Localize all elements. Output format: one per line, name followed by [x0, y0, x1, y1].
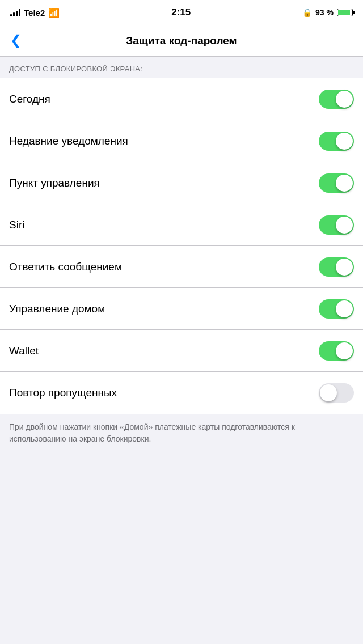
row-label-siri: Siri: [9, 219, 24, 231]
nav-title: Защита код-паролем: [126, 35, 237, 47]
toggle-knob-reply_message: [336, 259, 353, 276]
row-label-control_center: Пункт управления: [9, 177, 100, 189]
toggle-knob-home_control: [336, 300, 353, 317]
toggle-notifications[interactable]: [319, 132, 354, 151]
back-button[interactable]: ❮: [6, 29, 26, 52]
settings-row-siri: Siri: [0, 204, 363, 246]
battery-percent: 93 %: [315, 8, 334, 17]
carrier-label: Tele2: [24, 8, 45, 18]
row-label-notifications: Недавние уведомления: [9, 135, 128, 147]
footer-note: При двойном нажатии кнопки «Домой» плате…: [0, 414, 363, 454]
battery-fill: [338, 10, 350, 15]
toggle-today[interactable]: [319, 90, 354, 109]
toggle-reply_message[interactable]: [319, 257, 354, 277]
toggle-missed_calls[interactable]: [319, 383, 354, 402]
settings-row-wallet: Wallet: [0, 330, 363, 372]
signal-bars: [10, 9, 20, 16]
battery-container: [337, 9, 353, 16]
settings-row-reply_message: Ответить сообщением: [0, 246, 363, 288]
status-left: Tele2 📶: [10, 7, 60, 18]
status-time: 2:15: [171, 7, 191, 18]
settings-row-today: Сегодня: [0, 78, 363, 120]
row-label-wallet: Wallet: [9, 345, 39, 357]
settings-row-home_control: Управление домом: [0, 288, 363, 330]
settings-row-notifications: Недавние уведомления: [0, 120, 363, 162]
toggle-knob-wallet: [336, 342, 353, 359]
status-bar: Tele2 📶 2:15 🔒 93 %: [0, 0, 363, 25]
row-label-missed_calls: Повтор пропущенных: [9, 387, 117, 399]
row-label-home_control: Управление домом: [9, 303, 105, 315]
wifi-icon: 📶: [48, 7, 60, 18]
toggle-siri[interactable]: [319, 215, 354, 235]
toggle-knob-control_center: [336, 175, 353, 192]
settings-row-control_center: Пункт управления: [0, 162, 363, 204]
settings-group: СегодняНедавние уведомленияПункт управле…: [0, 78, 363, 414]
battery-icon: [337, 9, 353, 16]
toggle-wallet[interactable]: [319, 341, 354, 361]
toggle-knob-missed_calls: [320, 384, 337, 401]
row-label-reply_message: Ответить сообщением: [9, 261, 122, 273]
lock-icon: 🔒: [302, 8, 312, 17]
toggle-knob-notifications: [336, 133, 353, 150]
nav-bar: ❮ Защита код-паролем: [0, 25, 363, 57]
toggle-knob-today: [336, 91, 353, 108]
settings-row-missed_calls: Повтор пропущенных: [0, 372, 363, 414]
toggle-home_control[interactable]: [319, 299, 354, 319]
section-header: ДОСТУП С БЛОКИРОВКОЙ ЭКРАНА:: [0, 57, 363, 78]
toggle-control_center[interactable]: [319, 173, 354, 193]
toggle-knob-siri: [336, 217, 353, 234]
back-chevron-icon: ❮: [10, 33, 22, 47]
status-right: 🔒 93 %: [302, 8, 353, 17]
row-label-today: Сегодня: [9, 93, 50, 105]
